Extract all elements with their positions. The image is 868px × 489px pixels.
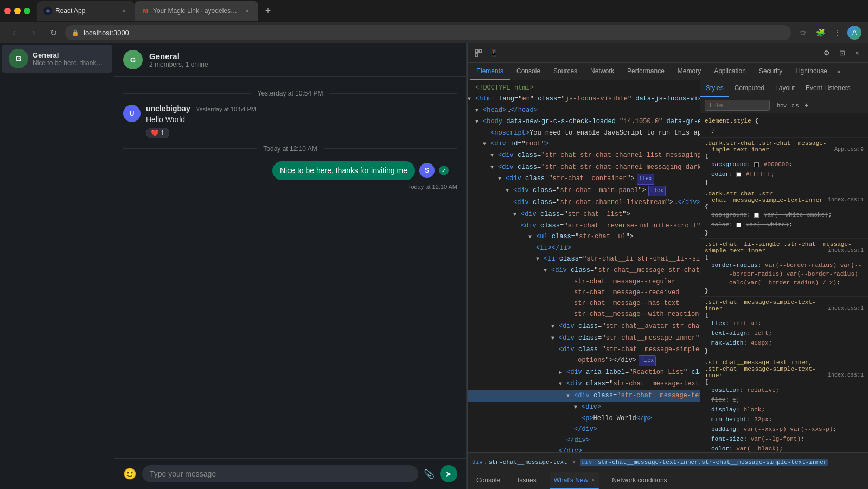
styles-filter-input[interactable] [705,100,770,111]
tab-memory[interactable]: Memory [671,63,707,80]
tab-console[interactable]: Console [510,63,547,80]
minimize-traffic-light[interactable] [14,8,21,14]
style-prop-position[interactable]: position: relative; [705,385,864,395]
tab-lighthouse[interactable]: Lighthouse [789,63,834,80]
dock-icon[interactable]: ⊡ [835,47,848,60]
tab-security[interactable]: Security [752,63,789,80]
add-rule-button[interactable]: + [804,101,808,110]
address-bar[interactable]: 🔒 localhost:3000 [65,25,791,40]
elem-container[interactable]: ▼<div class="str-chat__container">flex [468,173,700,185]
devtools-more-tabs[interactable]: » [834,68,844,75]
file-attachment-button[interactable]: 📎 [424,469,435,479]
tab-application[interactable]: Application [707,63,752,80]
message-sender: unclebigbay [146,104,190,113]
elem-inner-div[interactable]: ▼<div> [468,402,700,413]
elem-message-div[interactable]: ▼<div class="str-chat__message str-chat_… [468,265,700,276]
bottom-tab-issues[interactable]: Issues [513,472,541,490]
elem-str-chat-channel[interactable]: ▼<div class="str-chat str-chat-channel m… [468,162,700,173]
style-prop-max-width[interactable]: max-width: 460px; [705,338,864,348]
gmail-tab-close[interactable]: × [243,7,252,15]
elem-avatar[interactable]: ▼<div class="str-chat__avatar str-chat__… [468,321,700,333]
profile-avatar[interactable]: A [847,26,861,40]
devtools-bottom-tabs: Console Issues What's New × Network cond… [468,472,868,489]
elem-message-text-inner[interactable]: ▼<div class="str-chat__message-text-inne… [468,390,700,402]
elem-reverse-scroll[interactable]: <div class="str-chat__reverse-infinite-s… [468,220,700,231]
tab-sources[interactable]: Sources [547,63,584,80]
bottom-tab-console[interactable]: Console [472,472,505,490]
elem-ul[interactable]: ▼<ul class="str-chat__ul"> [468,231,700,243]
style-prop-font-size[interactable]: font-size: var(--lg-font); [705,434,864,444]
styles-tab-event-listeners[interactable]: Event Listeners [800,80,856,97]
elem-head[interactable]: ▼<head>…</head> [468,105,700,116]
close-traffic-light[interactable] [4,8,11,14]
elem-doctype[interactable]: <!DOCTYPE html> [468,82,700,93]
bottom-tab-network-conditions[interactable]: Network conditions [608,472,671,490]
forward-button[interactable]: › [26,25,41,40]
elem-with-reactions[interactable]: str-chat__message--with-reactions">flex [468,309,700,321]
style-prop-background[interactable]: background: #000000; [705,160,864,169]
style-prop-bg2[interactable]: background: var(--white-smoke); [705,210,864,220]
elem-html[interactable]: ▼<html lang="en" class="js-focus-visible… [468,93,700,105]
reaction-badge[interactable]: ❤️ 1 [146,128,169,138]
menu-icon[interactable]: ⋮ [830,25,845,40]
elem-str-chat-list[interactable]: ▼<div class="str-chat str-chat-channel-l… [468,150,700,162]
react-tab[interactable]: ⚛ React App × [37,1,135,21]
elem-actions[interactable]: <div class="str-chat__message-simple__ac… [468,344,700,355]
svg-rect-1 [479,50,482,53]
style-prop-flex[interactable]: flex: initial; [705,319,864,328]
style-prop-display[interactable]: display: block; [705,405,864,415]
elem-livestream[interactable]: <div class="str-chat-channel-livestream"… [468,197,700,209]
elem-body[interactable]: ▼<body data-new-gr-c-s-check-loaded="14.… [468,116,700,128]
elem-chat-list[interactable]: ▼<div class="str-chat__list"> [468,209,700,220]
style-prop-padding[interactable]: padding: var(--xxs-p) var(--xxs-p); [705,424,864,434]
bookmark-icon[interactable]: ☆ [795,25,810,40]
style-prop-border-radius[interactable]: border-radius: var(--border-radius) var(… [705,261,864,288]
elem-noscript[interactable]: <noscript>You need to enable JavaScript … [468,128,700,138]
inspect-element-button[interactable] [472,47,485,60]
elem-root[interactable]: ▼<div id="root"> [468,138,700,150]
gmail-tab[interactable]: M Your Magic Link · ayodelesam... × [135,1,258,21]
elem-p-hello[interactable]: <p>Hello World</p> [468,413,700,424]
back-button[interactable]: ‹ [7,25,22,40]
styles-tab-computed[interactable]: Computed [729,80,770,97]
style-prop-min-height[interactable]: min-height: 32px; [705,415,864,424]
elem-text-inner-close[interactable]: </div> [468,435,700,446]
styles-tab-styles[interactable]: Styles [700,80,729,97]
settings-icon[interactable]: ⚙ [820,47,833,60]
style-prop-color[interactable]: color: #ffffff; [705,169,864,179]
style-prop-flex2[interactable]: flex: 1; [705,395,864,405]
elem-message-inner[interactable]: ▼<div class="str-chat__message-inner" da… [468,333,700,344]
bottom-tab-whats-new[interactable]: What's New × [550,472,599,490]
elem-reaction-list[interactable]: ▶<div aria-label="Reaction List" class="… [468,367,700,378]
style-prop-color2[interactable]: color: var(--white); [705,220,864,230]
elem-li-empty[interactable]: <li></li> [468,243,700,253]
new-tab-button[interactable]: + [260,3,276,18]
react-tab-close[interactable]: × [119,7,128,15]
styles-tab-layout[interactable]: Layout [770,80,800,97]
cls-toggle[interactable]: .cls [790,102,799,109]
devtools-breadcrumb-bar: div.str-chat__message-text > div.str-cha… [468,452,868,472]
elem-li-single-1[interactable]: ▼<li class="str-chat__li str-chat__li--s… [468,253,700,265]
tab-network[interactable]: Network [584,63,621,80]
tab-elements[interactable]: Elements [470,63,510,80]
whats-new-close-icon[interactable]: × [591,477,595,483]
device-toggle-button[interactable]: 📱 [487,47,500,60]
close-devtools-icon[interactable]: × [851,47,864,60]
hover-toggle[interactable]: :hov [775,102,787,109]
extensions-icon[interactable]: 🧩 [813,25,828,40]
emoji-button[interactable]: 🙂 [123,467,137,480]
reload-button[interactable]: ↻ [46,25,61,40]
elem-main-panel[interactable]: ▼<div class="str-chat__main-panel">flex [468,185,700,197]
sidebar-channel-general[interactable]: G General Nice to be here, thanks f... [2,45,112,73]
maximize-traffic-light[interactable] [24,8,30,14]
elem-message-classes3: str-chat__message--has-text [468,298,700,309]
flex-badge: flex [648,186,666,196]
send-button[interactable]: ➤ [440,465,457,482]
style-prop-text-align[interactable]: text-align: left; [705,328,864,338]
tab-performance[interactable]: Performance [621,63,671,80]
elem-message-text-close[interactable]: </div> [468,446,700,452]
style-prop-color3[interactable]: color: var(--black); [705,444,864,452]
elem-message-text[interactable]: ▼<div class="str-chat__message-text">fle… [468,378,700,390]
message-input[interactable] [142,465,418,482]
elem-div-close[interactable]: </div> [468,424,700,435]
